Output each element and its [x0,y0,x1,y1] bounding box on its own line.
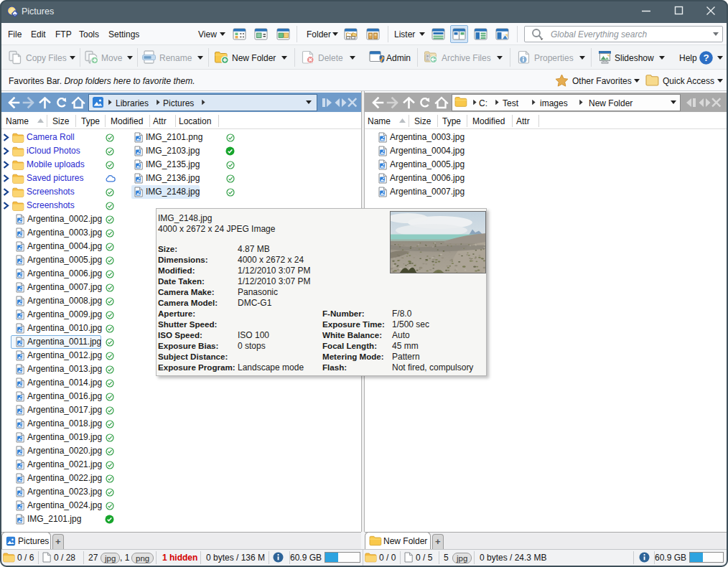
svg-text:?: ? [703,52,709,63]
